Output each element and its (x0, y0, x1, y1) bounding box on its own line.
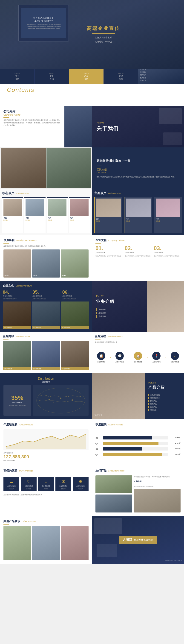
dist-percent: 35% (11, 394, 23, 402)
company-text-area: 公司介绍 Company Profile 公司介绍相关文字内容，关于公司的基本情… (0, 106, 64, 148)
process-step-2: 💬 点击添加描述 (115, 352, 124, 363)
business-item-2: 服务流程 (96, 312, 143, 314)
process-title-cn: 服务流程 (95, 334, 106, 338)
leading-product-label: 产品说明 (134, 480, 181, 483)
adv-header: 我们的优势 Our Advantage (3, 469, 89, 473)
main-member-3: 代码 副总裁 (154, 197, 182, 233)
other-deco-1 (94, 518, 122, 534)
company-title-cn: 公司介绍 (3, 110, 61, 114)
slide-service-process: 服务流程 Service Process 服务流程相关文字说明内容介绍 📋 点击… (92, 332, 184, 373)
slide-cover: 司介绍产品宣传商务 工作汇报画册PPT Wehave maybe a foreg… (0, 0, 184, 69)
quarter-title-cn: 季度报表 (95, 423, 107, 426)
arrow-3: › (147, 356, 148, 359)
dev-title-en: Development Process (16, 239, 36, 242)
bar-fill-4 (103, 453, 162, 456)
product-item-6: 成就报告 (148, 409, 181, 411)
main-title-en: Main Member (108, 192, 121, 195)
process-title-en: Service Process (108, 335, 123, 338)
adv-card-5: ⚙ 点击添加描述 添加文字 (73, 477, 89, 491)
cover-content: 高端企业宣传 汇报人：梦卜素材 汇报时间：xx年x月 (87, 25, 120, 44)
slide-contents: Part.01 关于 介绍 Part.02 业务 介绍 Part.03 产品 介… (0, 69, 184, 106)
arrow-2: › (128, 356, 129, 359)
process-step-5: ✓ 点击添加描述 (171, 352, 179, 363)
slide-row-11: 我们的优势 Our Advantage ☁ 点击添加描述 添加文字 ♡ 点击添加… (0, 465, 184, 516)
culture2-photo-1: 点击添加描述 (3, 302, 31, 329)
watermark-badge: A图网 精品素材·每日更新 (119, 536, 158, 544)
culture2-photo-3: 点击添加描述 (61, 302, 89, 329)
process-header: 服务流程 Service Process (95, 334, 181, 338)
culture2-items: 04. 点击添加描述 点击添加相关描述文字 05. 点击添加描述 点击添加相关描… (3, 290, 89, 300)
adv-card-3: ☆ 点击添加描述 添加文字 (38, 477, 54, 491)
bar-track-4 (103, 453, 168, 456)
bar-fill-2 (103, 442, 159, 445)
annual-chart-svg (3, 429, 89, 450)
leading-title-cn: 主打产品 (95, 469, 107, 473)
dev-header: 发展历程 Development Process (3, 238, 89, 242)
culture2-photo-2: 点击添加描述 (32, 302, 60, 329)
dist-label: 全球业务占比 (12, 402, 22, 404)
contents-tabs-row: Part.01 关于 介绍 Part.02 业务 介绍 Part.03 产品 介… (0, 69, 184, 84)
leading-text-col: 产品描述相关文字内容，关于产品的基本情况介绍。 产品说明 产品相关说明文字内容介… (134, 476, 181, 512)
svg-point-0 (36, 388, 85, 413)
tab-2[interactable]: Part.02 业务 介绍 (34, 69, 69, 84)
product-intro-right: Part 03 产品介绍 全年总结报告 成果数据展示 打印产品 发布产品 其他产… (145, 373, 184, 419)
culture2-header: 企业文化 Company Culture (3, 284, 89, 288)
company-profile-content: 公司介绍 Company Profile 公司介绍相关文字内容，关于公司的基本情… (0, 106, 92, 148)
team-text: 团队介绍相关文字内容，关于团队的基本情况介绍以及发展方向，团队致力于为客户提供专… (97, 176, 180, 178)
slide-development: 发展历程 Development Process 发展历程相关文字内容介绍，公司… (0, 235, 92, 281)
annual-header: 年度结报表 Annual Results (3, 423, 89, 426)
tab-4[interactable]: Part.04 展望 未来 (104, 69, 138, 84)
cover-date: 汇报时间：xx年x月 (87, 40, 120, 44)
slide-company-culture: 企业文化 Company Culture 01. 点击添加描述 文化内容相关介绍… (92, 235, 184, 281)
main-member-2: 代码 副总裁 (124, 197, 152, 233)
leading-photo-1 (95, 476, 132, 493)
leading-photo-3 (134, 489, 181, 512)
cover-main-title: 高端企业宣传 (87, 25, 120, 32)
core-members-row: 代码 副总裁 代码 副总裁 代码 副总裁 代码 副总裁 (2, 197, 90, 233)
leading-header: 主打产品 Leading Products (95, 469, 181, 473)
culture-header: 企业文化 Company Culture (95, 238, 181, 242)
service-title-en: Service Content (16, 335, 30, 338)
watermark-url: www.aigtu.com 8025 (165, 559, 182, 561)
slide-advantage: 我们的优势 Our Advantage ☁ 点击添加描述 添加文字 ♡ 点击添加… (0, 465, 92, 516)
product-list: 全年总结报告 成果数据展示 打印产品 发布产品 其他产品 成就报告 (148, 394, 181, 411)
company-title-en: Company Profile (3, 114, 61, 116)
world-map-svg (35, 387, 86, 414)
right-items: 时代介绍 核心成员 团队成员 发展历程 企业文化 (140, 69, 146, 82)
culture-item-2: 02. 点击添加描述 文化内容相关介绍文字说明点击添加 (125, 245, 152, 278)
leading-photo-2 (95, 494, 132, 512)
annual-chart (3, 429, 89, 450)
product-item-5: 其他产品 (148, 406, 181, 408)
core-member-3: 代码 副总裁 (47, 197, 68, 233)
business-part-label: Part 02 (96, 295, 143, 298)
slide-our-team: 因为坚持 我们聚在了一起 团队介绍 Our Team 团队介绍相关文字内容，关于… (92, 148, 184, 189)
slide-quarter: 季度报表 Quarter Results Q1 3,256万 Q2 (92, 419, 184, 465)
dist-content: 35% 全球业务占比 业务分布相关文字内容介绍 (3, 385, 89, 416)
quarter-bar-row-4: Q4 5,432万 (95, 453, 181, 456)
service-header: 服务内容 Service Content (3, 334, 89, 338)
core-member-4: 代码 副总裁 (69, 197, 90, 233)
core-member-1: 代码 副总裁 (2, 197, 23, 233)
leading-title-en: Leading Products (108, 470, 124, 472)
business-part-title: 业务介绍 (96, 299, 143, 304)
arrow-1: › (110, 356, 111, 359)
tab-3[interactable]: Part.03 产品 介绍 (69, 69, 104, 84)
slide-row-6: 发展历程 Development Process 发展历程相关文字内容介绍，公司… (0, 235, 184, 281)
main-photo-2 (126, 198, 150, 217)
business-photo (147, 281, 184, 332)
dist-text: 业务分布相关文字内容介绍 (9, 405, 25, 406)
monitor-decoration: 司介绍产品宣传商务 工作汇报画册PPT Wehave maybe a foreg… (18, 4, 69, 42)
bar-fill-3 (103, 447, 142, 450)
tab-1[interactable]: Part.01 关于 介绍 (0, 69, 34, 84)
annual-title-cn: 年度结报表 (3, 423, 17, 426)
other-photo-1 (3, 526, 31, 560)
leading-product-text: 产品相关说明文字内容介绍 (134, 485, 181, 488)
product-item-2: 成果数据展示 (148, 397, 181, 399)
team-photo-2 (46, 148, 92, 188)
dev-photo-2: 2014 (32, 250, 60, 278)
quarter-bar-row-2: Q2 4,128万 (95, 442, 181, 445)
slide-row-7: 企业文化 Company Culture 04. 点击添加描述 点击添加相关描述… (0, 281, 184, 332)
other-deco-2 (97, 544, 117, 557)
product-item-4: 发布产品 (148, 403, 181, 405)
slide-distribution: Distribution 业务分布 35% 全球业务占比 业务分布相关文字内容介… (0, 373, 92, 419)
